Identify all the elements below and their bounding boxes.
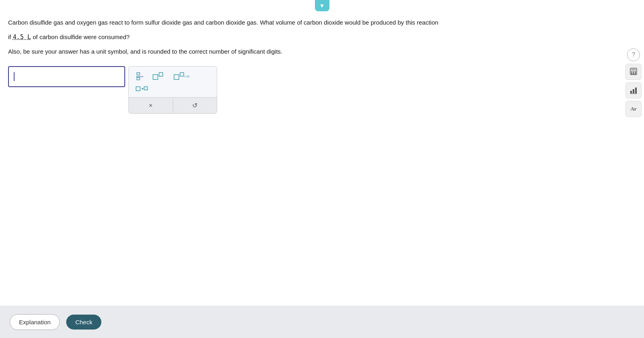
- svg-rect-14: [633, 71, 634, 73]
- svg-rect-0: [137, 73, 140, 75]
- svg-rect-2: [137, 77, 140, 80]
- explanation-button[interactable]: Explanation: [10, 314, 60, 330]
- svg-rect-15: [635, 71, 636, 73]
- palette-top-section: ×10: [129, 67, 217, 97]
- svg-rect-13: [631, 71, 632, 73]
- note-text: Also, be sure your answer has a unit sym…: [8, 47, 612, 56]
- periodic-table-icon: Ar: [630, 106, 636, 112]
- svg-rect-16: [631, 73, 632, 74]
- periodic-table-button[interactable]: Ar: [625, 101, 642, 117]
- svg-rect-5: [174, 75, 179, 79]
- undo-button[interactable]: ↺: [173, 98, 217, 113]
- question-line2: if 4.5 L of carbon disulfide were consum…: [8, 32, 612, 42]
- answer-input[interactable]: [8, 66, 125, 87]
- superscript-icon: [152, 71, 165, 80]
- fraction-button[interactable]: [134, 71, 146, 81]
- check-button[interactable]: Check: [66, 315, 101, 330]
- svg-rect-12: [631, 69, 636, 71]
- fraction-icon: [135, 71, 144, 80]
- svg-rect-10: [144, 87, 147, 90]
- svg-rect-8: [136, 87, 140, 91]
- svg-rect-3: [153, 75, 158, 79]
- clear-button[interactable]: ×: [129, 98, 173, 113]
- svg-rect-4: [159, 73, 163, 76]
- bottom-bar: Explanation Check: [0, 306, 644, 338]
- clear-icon: ×: [149, 102, 153, 109]
- calculator-icon: [629, 67, 638, 77]
- sci-notation-button[interactable]: ×10: [172, 71, 191, 81]
- text-cursor: [14, 72, 15, 81]
- symbol-palette: ×10: [128, 66, 217, 114]
- chart-icon: [629, 86, 638, 95]
- right-sidebar: ? Ar: [623, 48, 644, 117]
- chevron-down-icon: ▼: [319, 2, 325, 9]
- palette-row-2: [134, 84, 212, 93]
- measurement-value: 4.5 L: [13, 33, 31, 41]
- undo-icon: ↺: [192, 102, 197, 109]
- collapse-button[interactable]: ▼: [315, 0, 329, 11]
- svg-rect-17: [633, 73, 634, 74]
- question-text-part1: Carbon disulfide gas and oxygen gas reac…: [8, 19, 438, 26]
- svg-text:×10: ×10: [184, 75, 189, 78]
- svg-point-9: [142, 88, 143, 90]
- chart-button[interactable]: [625, 82, 642, 98]
- calculator-button[interactable]: [625, 64, 642, 80]
- question-line1: Carbon disulfide gas and oxygen gas reac…: [8, 18, 612, 27]
- svg-rect-20: [633, 89, 634, 93]
- svg-rect-18: [635, 73, 636, 74]
- collapse-chevron-container: ▼: [315, 0, 329, 11]
- svg-rect-19: [630, 91, 632, 93]
- dot-multiply-button[interactable]: [134, 84, 150, 93]
- palette-row-1: ×10: [134, 71, 212, 81]
- dot-multiply-icon: [135, 85, 148, 92]
- help-button[interactable]: ?: [627, 48, 640, 61]
- superscript-button[interactable]: [151, 71, 167, 81]
- svg-rect-21: [635, 88, 637, 93]
- svg-rect-6: [180, 73, 184, 76]
- main-content: Carbon disulfide gas and oxygen gas reac…: [0, 11, 620, 120]
- input-area: ×10: [8, 66, 612, 114]
- palette-bottom-section: × ↺: [129, 98, 217, 113]
- question-mark-icon: ?: [632, 51, 636, 58]
- sci-notation-icon: ×10: [173, 71, 189, 80]
